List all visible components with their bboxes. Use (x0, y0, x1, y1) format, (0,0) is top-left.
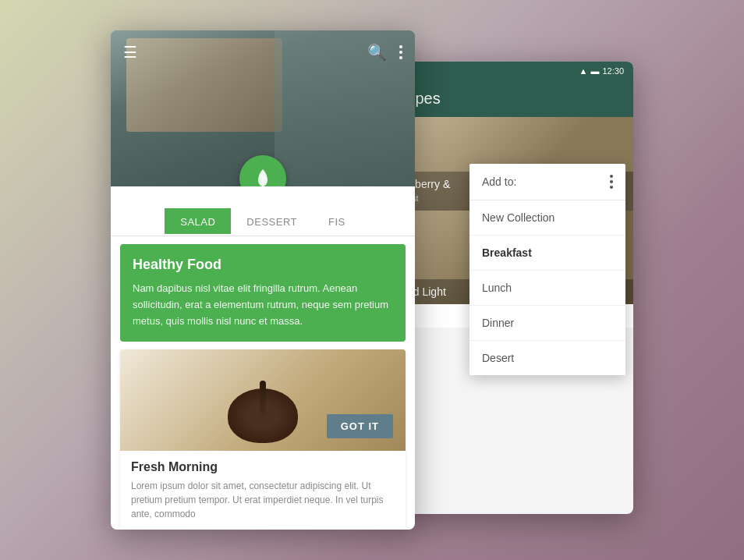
header-icons-row: ☰ 🔍 (111, 43, 415, 62)
time-display: 12:30 (602, 66, 624, 76)
dropdown-header-label: Add to: (482, 175, 516, 188)
status-bar: ▲ ▬ 12:30 (399, 62, 633, 80)
dropdown-breakfast[interactable]: Breakfast (469, 236, 625, 271)
fresh-morning-card: GOT IT Fresh Morning Lorem ipsum dolor s… (120, 349, 406, 530)
dropdown-lunch[interactable]: Lunch (469, 271, 625, 306)
fresh-morning-body: Lorem ipsum dolor sit amet, consectetur … (131, 479, 395, 521)
healthy-food-card: Healthy Food Nam dapibus nisl vitae elit… (120, 244, 406, 342)
recipes-title: ipes (412, 90, 441, 108)
dropdown-more-icon[interactable] (610, 175, 613, 189)
hamburger-icon[interactable]: ☰ (123, 43, 137, 62)
tab-fish[interactable]: FIS (313, 208, 361, 236)
dropdown-new-collection[interactable]: New Collection (469, 200, 625, 236)
tab-salad[interactable]: SALAD (165, 208, 231, 236)
coffee-card-text: Fresh Morning Lorem ipsum dolor sit amet… (120, 451, 406, 530)
search-icon[interactable]: 🔍 (367, 43, 387, 62)
phone-left: ☰ 🔍 SALAD DESSERT FIS (111, 30, 415, 530)
dropdown-header: Add to: (469, 164, 625, 200)
got-it-button[interactable]: GOT IT (327, 414, 393, 438)
tabs-row: SALAD DESSERT FIS (111, 208, 415, 236)
header-right-icons: 🔍 (367, 43, 402, 62)
phone-header: ☰ 🔍 (111, 30, 415, 186)
more-options-icon[interactable] (399, 45, 402, 59)
dropdown-dinner[interactable]: Dinner (469, 306, 625, 341)
status-icons: ▲ ▬ 12:30 (579, 66, 624, 76)
fresh-morning-title: Fresh Morning (131, 460, 395, 474)
dropdown-overlay: Add to: New Collection Breakfast Lunch D… (469, 164, 625, 375)
dropdown-desert[interactable]: Desert (469, 341, 625, 375)
right-content: wberry & ast ad Light ♥ 98 (399, 117, 633, 328)
coffee-image: GOT IT (120, 349, 406, 451)
battery-icon: ▬ (590, 66, 599, 76)
tab-dessert[interactable]: DESSERT (231, 208, 313, 236)
phone-right: ▲ ▬ 12:30 ipes wberry & ast ad (399, 62, 633, 514)
signal-icon: ▲ (579, 66, 588, 76)
healthy-food-title: Healthy Food (133, 257, 393, 273)
right-header: ipes (399, 80, 633, 117)
healthy-food-body: Nam dapibus nisl vitae elit fringilla ru… (133, 281, 393, 329)
